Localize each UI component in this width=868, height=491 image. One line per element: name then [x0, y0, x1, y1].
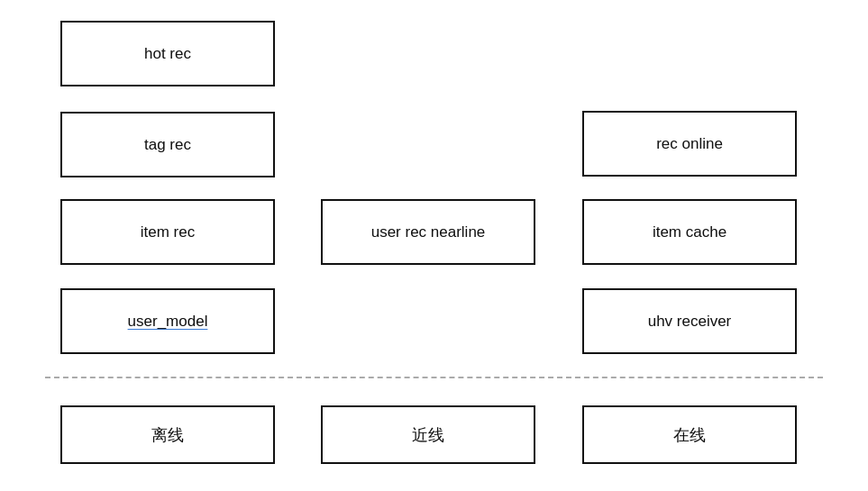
offline-label: 离线 [151, 424, 184, 446]
user-model-label: user_model [128, 313, 208, 331]
hot-rec-box: hot rec [60, 21, 275, 86]
item-rec-box: item rec [60, 199, 275, 265]
item-cache-label: item cache [653, 223, 726, 241]
uhv-receiver-label: uhv receiver [648, 313, 732, 331]
nearline-section: 近线 [321, 405, 535, 464]
uhv-receiver-box: uhv receiver [582, 288, 797, 354]
online-section: 在线 [582, 405, 797, 464]
rec-online-box: rec online [582, 111, 797, 177]
user-model-box: user_model [60, 288, 275, 354]
dashed-separator [45, 377, 823, 378]
item-rec-label: item rec [141, 223, 195, 241]
item-cache-box: item cache [582, 199, 797, 265]
rec-online-label: rec online [656, 135, 723, 153]
nearline-label: 近线 [412, 424, 444, 446]
tag-rec-box: tag rec [60, 112, 275, 177]
offline-section: 离线 [60, 405, 275, 464]
online-label: 在线 [673, 424, 706, 446]
user-rec-nearline-box: user rec nearline [321, 199, 535, 265]
tag-rec-label: tag rec [144, 136, 191, 154]
hot-rec-label: hot rec [144, 45, 191, 63]
user-rec-nearline-label: user rec nearline [371, 223, 486, 241]
